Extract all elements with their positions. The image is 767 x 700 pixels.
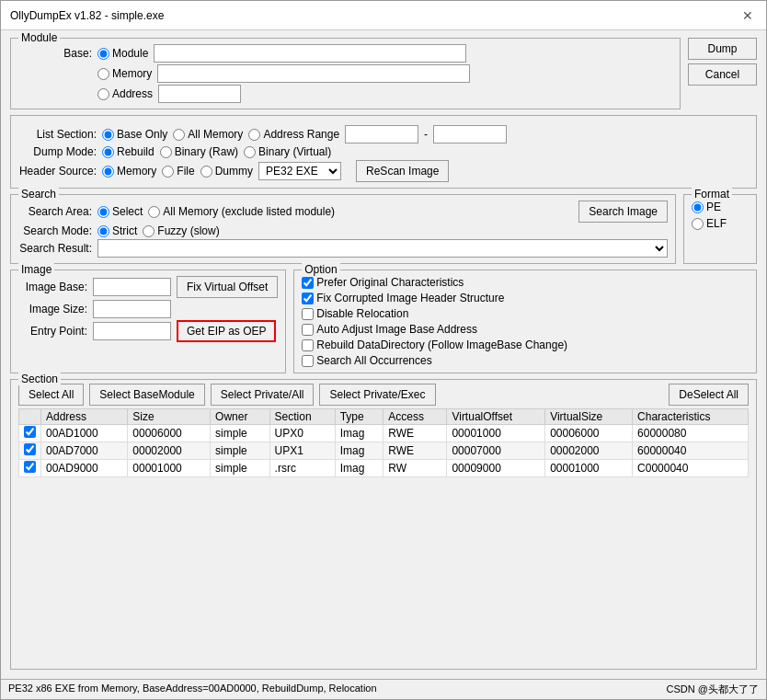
range-separator: - <box>424 128 428 141</box>
search-select-radio[interactable] <box>97 206 109 218</box>
entry-point-input[interactable]: 00007E40 <box>93 322 171 340</box>
memory-radio[interactable] <box>97 68 109 80</box>
range-to-input[interactable]: 03AD0000 <box>433 125 507 143</box>
base-only-radio-label[interactable]: Base Only <box>102 128 167 141</box>
header-memory-radio[interactable] <box>102 166 114 178</box>
dummy-combo[interactable]: PE32 EXE <box>258 162 341 180</box>
select-private-all-button[interactable]: Select Private/All <box>211 384 315 406</box>
dump-cancel-panel: Dump Cancel <box>688 38 757 111</box>
image-group: Image Image Base: 00AD0000 Fix Virtual O… <box>10 270 286 373</box>
memory-row: Memory 00AD0000 (00001000) / Imag / R / … <box>18 64 672 83</box>
deselect-all-button[interactable]: DeSelect All <box>669 384 749 406</box>
header-dummy-radio-label[interactable]: Dummy <box>200 165 253 178</box>
cancel-button[interactable]: Cancel <box>688 63 757 86</box>
dump-button[interactable]: Dump <box>688 38 757 60</box>
elf-radio[interactable] <box>692 218 704 230</box>
main-window: OllyDumpEx v1.82 - simple.exe ✕ Module B… <box>0 0 767 700</box>
prefer-original-checkbox[interactable] <box>302 277 314 289</box>
search-all-label[interactable]: Search All Occurrences <box>302 354 749 367</box>
search-select-radio-label[interactable]: Select <box>97 205 143 218</box>
fuzzy-radio[interactable] <box>143 225 155 237</box>
search-all-memory-radio-label[interactable]: All Memory (exclude listed module) <box>148 205 335 218</box>
format-group-label: Format <box>692 188 732 201</box>
row-checkbox-1[interactable] <box>24 443 36 455</box>
search-all-checkbox[interactable] <box>302 355 314 367</box>
row-checkbox-2[interactable] <box>24 461 36 473</box>
status-bar: PE32 x86 EXE from Memory, BaseAddress=00… <box>1 679 766 699</box>
rebuild-datadir-checkbox[interactable] <box>302 339 314 351</box>
status-right: CSDN @头都大了了 <box>667 683 759 696</box>
fix-corrupted-label[interactable]: Fix Corrupted Image Header Structure <box>302 292 749 304</box>
search-all-memory-radio[interactable] <box>148 206 160 218</box>
fix-virtual-offset-button[interactable]: Fix Virtual Offset <box>177 276 278 298</box>
image-size-input[interactable]: 0000A000 <box>93 300 171 318</box>
prefer-original-label[interactable]: Prefer Original Characteristics <box>302 276 749 289</box>
image-group-label: Image <box>18 263 54 276</box>
row-type: Imag <box>335 442 384 460</box>
binary-raw-radio[interactable] <box>160 146 172 158</box>
get-eip-button[interactable]: Get EIP as OEP <box>177 320 276 342</box>
list-section-row: List Section: Base Only All Memory Addre… <box>18 125 749 143</box>
row-check[interactable] <box>19 442 41 460</box>
col-virtualoffset: VirtualOffset <box>447 409 545 425</box>
address-range-radio[interactable] <box>248 129 260 141</box>
header-memory-radio-label[interactable]: Memory <box>102 165 156 178</box>
address-radio-label[interactable]: Address <box>97 87 153 100</box>
row-check[interactable] <box>19 425 41 442</box>
address-radio[interactable] <box>97 88 109 100</box>
module-radio[interactable] <box>97 48 109 60</box>
rebuild-datadir-label[interactable]: Rebuild DataDirectory (Follow ImageBase … <box>302 339 749 351</box>
row-address: 00AD7000 <box>41 442 128 460</box>
binary-raw-radio-label[interactable]: Binary (Raw) <box>160 145 238 158</box>
fuzzy-radio-label[interactable]: Fuzzy (slow) <box>143 224 219 237</box>
row-virtualsize: 00006000 <box>545 425 633 442</box>
elf-radio-label[interactable]: ELF <box>692 217 749 230</box>
list-section-label: List Section: <box>18 128 97 141</box>
disable-relocation-checkbox[interactable] <box>302 308 314 320</box>
header-dummy-radio[interactable] <box>200 166 212 178</box>
rescan-image-button[interactable]: ReScan Image <box>356 160 449 182</box>
search-image-button[interactable]: Search Image <box>578 201 668 223</box>
base-only-radio[interactable] <box>102 129 114 141</box>
rebuild-radio[interactable] <box>102 146 114 158</box>
header-file-radio-label[interactable]: File <box>162 165 194 178</box>
fix-corrupted-checkbox[interactable] <box>302 293 314 304</box>
module-radio-label[interactable]: Module <box>97 47 148 60</box>
image-base-input[interactable]: 00AD0000 <box>93 278 171 296</box>
all-memory-radio-label[interactable]: All Memory <box>173 128 243 141</box>
base-label: Base: <box>18 47 92 60</box>
pe-radio-label[interactable]: PE <box>692 201 749 213</box>
header-file-radio[interactable] <box>162 166 174 178</box>
row-virtualsize: 00002000 <box>545 442 633 460</box>
search-result-combo[interactable] <box>97 239 668 258</box>
option-group-label: Option <box>302 263 339 276</box>
row-type: Imag <box>335 460 384 477</box>
address-range-radio-label[interactable]: Address Range <box>248 128 339 141</box>
close-button[interactable]: ✕ <box>738 8 757 23</box>
module-path-input[interactable]: E:\Reverse_tools\upx-4.0.0-win64\Train_4… <box>154 44 466 63</box>
memory-radio-label[interactable]: Memory <box>97 67 152 80</box>
disable-relocation-label[interactable]: Disable Relocation <box>302 307 749 320</box>
select-all-button[interactable]: Select All <box>18 384 84 406</box>
binary-virtual-radio[interactable] <box>244 146 256 158</box>
select-basemodule-button[interactable]: Select BaseModule <box>89 384 204 406</box>
search-group-label: Search <box>18 188 59 201</box>
row-checkbox-0[interactable] <box>24 426 36 438</box>
auto-adjust-label[interactable]: Auto Adjust Image Base Address <box>302 323 749 336</box>
select-private-exec-button[interactable]: Select Private/Exec <box>319 384 435 406</box>
row-check[interactable] <box>19 460 41 477</box>
range-from-input[interactable]: 00AD0000 <box>345 125 418 143</box>
row-section: UPX0 <box>269 425 335 442</box>
strict-radio[interactable] <box>97 225 109 237</box>
dump-mode-row: Dump Mode: Rebuild Binary (Raw) Binary (… <box>18 145 749 158</box>
all-memory-list-radio[interactable] <box>173 129 185 141</box>
auto-adjust-checkbox[interactable] <box>302 324 314 336</box>
pe-radio[interactable] <box>692 201 704 213</box>
rebuild-radio-label[interactable]: Rebuild <box>102 145 155 158</box>
strict-radio-label[interactable]: Strict <box>97 224 137 237</box>
row-owner: simple <box>211 460 270 477</box>
table-row: 00AD1000 00006000 simple UPX0 Imag RWE 0… <box>19 425 749 442</box>
binary-virtual-radio-label[interactable]: Binary (Virtual) <box>244 145 331 158</box>
memory-value-input[interactable]: 00AD0000 (00001000) / Imag / R / simple … <box>157 64 470 83</box>
address-value-input[interactable]: 00AD0000 <box>158 85 241 103</box>
